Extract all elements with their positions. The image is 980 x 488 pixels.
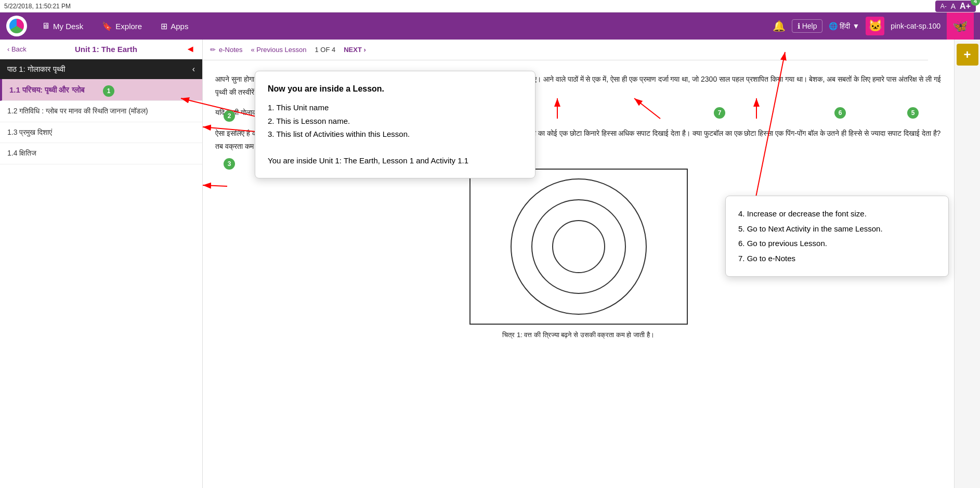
circle-diagram: चित्र 1: वत्त की त्रिज्या बढ़ने से उसकी … [469,169,688,341]
language-button[interactable]: 🌐 हिंदी ▼ [829,22,859,31]
lesson-item-1-4[interactable]: 1.4 क्षितिज [0,143,202,164]
status-bar: 5/22/2018, 11:50:21 PM 4 A- A A+ [0,0,980,12]
next-button[interactable]: NEXT › [344,46,366,54]
my-desk-button[interactable]: 🖥 My Desk [32,17,93,35]
plus-icon: + [963,47,971,62]
page-indicator: 1 OF 4 [315,46,335,54]
username: pink-cat-sp.100 [891,22,940,30]
help-button[interactable]: ℹ Help [792,19,823,33]
font-normal[interactable]: A [951,2,956,10]
tooltip1-line1: 1. This Unit name [268,101,522,114]
tooltip1-title: Now you are inside a Lesson. [268,82,522,96]
font-badge: 4 [971,0,980,6]
annotation-badge-6: 6 [834,107,846,119]
collapse-button[interactable]: ‹ [192,65,195,74]
enotes-link[interactable]: e-Notes [219,46,243,54]
tooltip2-line4: 7. Go to e-Notes [738,251,936,266]
unit-arrow: ◄ [186,44,195,55]
enotes-bar: ✏ e-Notes « Previous Lesson 1 OF 4 NEXT … [203,40,928,60]
tooltip-popup2: 4. Increase or decrease the font size. 5… [725,196,949,277]
nav-right: 🔔 ℹ Help 🌐 हिंदी ▼ 🐱 pink-cat-sp.100 🦋 [773,12,974,40]
prev-lesson-button[interactable]: « Previous Lesson [251,46,307,54]
lesson-header-title: पाठ 1: गोलाकार पृथ्वी [7,65,65,74]
svg-point-2 [553,221,605,273]
chevron-down-icon: ▼ [852,22,859,30]
tooltip1-line4: You are inside Unit 1: The Earth, Lesson… [268,154,522,168]
concentric-circles-svg [480,174,677,319]
annotation-badge-5: 5 [907,107,919,119]
avatar: 🐱 [866,17,884,35]
butterfly-button[interactable]: 🦋 [947,12,974,40]
annotation-badge-1: 1 [103,85,114,97]
apps-button[interactable]: ⊞ Apps [151,17,198,35]
annotation-badge-2: 2 [224,110,235,122]
lesson-item-1-1[interactable]: 1.1 परिचय: पृथ्वी और ग्लोब [0,79,202,101]
explore-icon: 🔖 [102,21,112,31]
lesson-list: 1.1 परिचय: पृथ्वी और ग्लोब 1.2 गतिविधि :… [0,79,202,164]
apps-icon: ⊞ [161,21,167,31]
tooltip2-line3: 6. Go to previous Lesson. [738,236,936,251]
back-link[interactable]: ‹ Back [7,45,27,53]
tooltip-popup: Now you are inside a Lesson. 1. This Uni… [255,71,535,178]
svg-point-1 [532,200,625,293]
help-icon: ℹ [798,22,800,30]
desk-icon: 🖥 [42,21,50,31]
sidebar: ‹ Back Unit 1: The Earth ◄ पाठ 1: गोलाका… [0,40,203,488]
globe-icon: 🌐 [829,22,838,30]
lesson-header: पाठ 1: गोलाकार पृथ्वी ‹ [0,59,202,79]
datetime: 5/22/2018, 11:50:21 PM [4,3,71,10]
tooltip2-line2: 5. Go to Next Activity in the same Lesso… [738,222,936,237]
main-container: ‹ Back Unit 1: The Earth ◄ पाठ 1: गोलाका… [0,40,980,488]
annotation-badge-7: 7 [714,107,725,119]
add-button[interactable]: + [957,44,978,66]
annotation-badge-3: 3 [224,158,235,170]
right-toolbar: + [954,40,980,488]
logo[interactable] [6,16,27,36]
butterfly-icon: 🦋 [952,19,968,33]
circle-box [469,169,688,325]
font-increase[interactable]: A+ [960,2,971,11]
lesson-item-1-3[interactable]: 1.3 प्रमुख दिशाएं [0,122,202,144]
edit-icon: ✏ [210,46,216,54]
diagram-caption: चित्र 1: वत्त की त्रिज्या बढ़ने से उसकी … [502,329,654,341]
tooltip2-line1: 4. Increase or decrease the font size. [738,207,936,222]
nav-bar: 🖥 My Desk 🔖 Explore ⊞ Apps 🔔 ℹ Help 🌐 हि… [0,12,980,40]
lesson-item-1-2[interactable]: 1.2 गतिविधि : ग्लोब पर मानव की स्थिति जा… [0,101,202,122]
tooltip1-line2: 2. This is Lesson name. [268,114,522,128]
bell-icon[interactable]: 🔔 [773,20,786,32]
font-decrease[interactable]: A- [940,3,947,10]
tooltip1-line3: 3. This list of Activities within this L… [268,127,522,141]
back-bar: ‹ Back Unit 1: The Earth ◄ [0,40,202,59]
unit-title: Unit 1: The Earth [31,45,181,54]
explore-button[interactable]: 🔖 Explore [93,17,151,35]
